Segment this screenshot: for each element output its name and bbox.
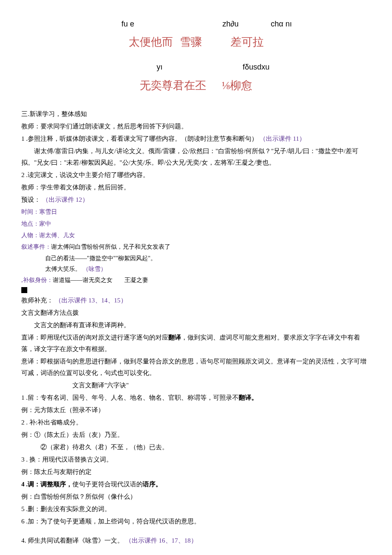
pinyin-text: fδusdxu	[202, 60, 270, 74]
passage-body: 谢太傅/塞雷日/内集，与儿女/讲论文义。俄而/雷骤，公/欣然曰："白雷纷纷/何所…	[21, 145, 371, 169]
supplement-line: ,补叙身份：谢道韫——谢无奕之女 王凝之妻	[21, 275, 371, 285]
event-line-1: 叙述事件：谢太傅问白雪纷纷何所似，兄子和兄女发表了	[21, 241, 371, 252]
translation-intro: 文言文的翻译有直译和意译两种。	[21, 320, 371, 331]
method-4-a: 4 .调：调整顺序，	[21, 481, 72, 488]
person-value: 谢太傅、儿女	[39, 232, 75, 238]
direct-trans-text: 直译：即用现代汉语的询对原文进行逐字逐句的对应	[21, 334, 168, 341]
hanzi-text: ⅛柳愈	[222, 76, 253, 96]
teacher-supplement: 教师补充： （出示课件 13、14、15）	[21, 295, 371, 306]
direct-trans-bold: 翻译	[168, 334, 181, 341]
method-1-bold: 翻译。	[239, 394, 258, 401]
method-4-example: 例：白雪纷纷何所似？所似何（像什么）	[21, 491, 371, 503]
translation-method-title: 文言文翻译方法点拨	[21, 307, 371, 319]
person-line: 人物：谢太傅、儿女	[21, 230, 371, 241]
pinyin-text: yı	[156, 60, 199, 74]
place-value: 家中	[39, 221, 51, 227]
direct-translation: 直译：即用现代汉语的询对原文进行逐字逐句的对应翻译，做到实词、虚词尽可能文意相对…	[21, 332, 371, 355]
event-line-2: 自己的看法——"撒盐空中""柳絮因风起"。	[21, 253, 371, 264]
hanzi-text: 雪骤	[180, 32, 202, 52]
six-methods-title: 文言文翻译"六字诀"	[21, 380, 371, 391]
method-4: 4 .调：调整顺序，使句子更符合现代汉语的语序。	[21, 479, 371, 490]
hanzi-text: 差可拉	[231, 32, 264, 52]
item-2: 2 .读完课文，说说文中主要介绍了哪些内容。	[21, 169, 371, 181]
event-label: 叙述事件：	[21, 244, 51, 250]
event-line-3: 太傅大笑乐。 （咏雪）	[21, 264, 371, 274]
method-3-example: 例：陈太丘与友期行的定	[21, 466, 371, 478]
pinyin-row-2: yı fδusdxu	[21, 60, 371, 74]
method-2: 2 . 补:补出省略成分。	[21, 417, 371, 428]
method-1-text: 1 .留：专有名词、国号、年号、人名、地名、物名、官职、称谓等，可照录不	[21, 394, 239, 401]
black-square-icon	[21, 287, 27, 293]
method-1-example: 例：元方陈太丘（照录不译）	[21, 404, 371, 416]
supplement-label: ,补叙身份：	[21, 277, 53, 283]
method-1: 1 .留：专有名词、国号、年号、人名、地名、物名、官职、称谓等，可照录不翻译。	[21, 392, 371, 404]
hanzi-row-1: 太便他而 雪骤 差可拉	[21, 32, 371, 52]
section-3-title: 三.新课学习，整体感知	[21, 108, 371, 120]
pinyin-header-block: fu e zh∂u chα nı 太便他而 雪骤 差可拉 yı fδusdxu …	[21, 17, 371, 96]
supplement-value: 谢道韫——谢无奕之女 王凝之妻	[53, 277, 148, 283]
item-4: 4. 师生共同试着翻译《咏雪》一文。 （出示课件 16、17、18）	[21, 535, 371, 546]
item-1: 1 .参照注释，听媒体朗读课文，看看课文写了哪些内容。（朗读时注意节奏和断句） …	[21, 133, 371, 145]
pinyin-text: zh∂u	[175, 17, 239, 31]
free-translation: 意译：即根据语句的意思进行翻译，做到尽量符合原文的意思，语句尽可能照顾原文词义。…	[21, 356, 371, 379]
courseware-ref: （出示课件 16、17、18）	[125, 537, 197, 544]
courseware-ref: （出示课件 12）	[42, 196, 89, 203]
teacher-supp-label: 教师补充：	[21, 297, 53, 304]
method-2-example-2: ②（家君）待君久（君）不至，（他）已去。	[21, 442, 371, 453]
event-value-1: 谢太傅问白雪纷纷何所似，兄子和兄女发表了	[51, 244, 170, 250]
time-line: 时间：寒雪日	[21, 206, 371, 217]
hanzi-text: 无奕尊君在丕	[140, 76, 206, 96]
method-6: 6 .加：为了使句子更通顺，加上些词句，符合现代汉语的意思。	[21, 516, 371, 527]
pinyin-text: fu e	[121, 17, 173, 31]
place-line: 地点：家中	[21, 218, 371, 229]
pinyin-text: chα nı	[241, 17, 292, 31]
courseware-ref: （出示课件 13、14、15）	[55, 297, 127, 304]
item-4-text: 4. 师生共同试着翻译《咏雪》一文。	[21, 537, 124, 544]
event-value-3: 太傅大笑乐。	[45, 266, 81, 272]
hanzi-row-2: 无奕尊君在丕 ⅛柳愈	[21, 76, 371, 96]
pinyin-row-1: fu e zh∂u chα nı	[21, 17, 371, 31]
item-1-text: 1 .参照注释，听媒体朗读课文，看看课文写了哪些内容。（朗读时注意节奏和断句）	[21, 135, 258, 142]
courseware-ref: （出示课件 11）	[259, 135, 306, 142]
preset-label: 预设：	[21, 196, 40, 203]
time-value: 寒雪日	[39, 209, 57, 215]
method-2-example-1: 例：①（陈太丘）去后（友）乃至。	[21, 429, 371, 441]
event-ref: （咏雪）	[83, 266, 107, 272]
preset-line: 预设： （出示课件 12）	[21, 194, 371, 206]
teacher-instruction-2: 教师：学生带着文体朗读，然后回答。	[21, 182, 371, 193]
hanzi-text: 太便他而	[129, 32, 173, 52]
time-label: 时间：	[21, 209, 39, 215]
method-3: 3 . 换：用现代汉语替换古义词。	[21, 454, 371, 465]
method-5: 5 .删：删去没有实际意义的词。	[21, 503, 371, 515]
method-4-b: 使句子更符合现代汉语的	[72, 481, 143, 488]
method-4-c: 语序。	[143, 481, 162, 488]
person-label: 人物：	[21, 232, 39, 238]
teacher-instruction: 教师：要求同学们通过朗读课文，然后思考回答下列问题。	[21, 121, 371, 132]
place-label: 地点：	[21, 221, 39, 227]
